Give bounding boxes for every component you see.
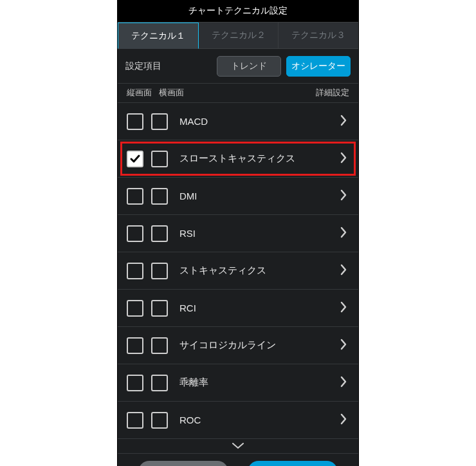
segment-label: オシレーター bbox=[291, 61, 345, 72]
list-row[interactable]: スローストキャスティクス bbox=[118, 140, 358, 178]
chevron-right-icon bbox=[340, 152, 347, 166]
checkbox-landscape[interactable] bbox=[151, 337, 168, 354]
tab-label: テクニカル１ bbox=[131, 30, 185, 42]
tab-0[interactable]: テクニカル１ bbox=[118, 23, 199, 49]
list-row[interactable]: RCI bbox=[118, 290, 358, 327]
row-label: MACD bbox=[179, 116, 340, 127]
filter-label: 設定項目 bbox=[125, 61, 161, 72]
list-row[interactable]: サイコロジカルライン bbox=[118, 327, 358, 364]
more-indicator[interactable] bbox=[118, 439, 358, 453]
checkbox-portrait[interactable] bbox=[127, 151, 143, 167]
checkbox-landscape[interactable] bbox=[151, 412, 168, 429]
checkbox-landscape[interactable] bbox=[151, 375, 168, 391]
tab-label: テクニカル２ bbox=[212, 30, 266, 41]
checkbox-portrait[interactable] bbox=[127, 263, 143, 279]
list-row[interactable]: ストキャスティクス bbox=[118, 252, 358, 290]
chevron-right-icon bbox=[340, 413, 347, 427]
checkbox-portrait[interactable] bbox=[127, 412, 143, 429]
segment-group: トレンドオシレーター bbox=[212, 56, 351, 77]
filter-bar: 設定項目 トレンドオシレーター bbox=[118, 49, 358, 84]
checkbox-portrait[interactable] bbox=[127, 188, 143, 205]
titlebar: チャートテクニカル設定 bbox=[118, 0, 358, 22]
tab-2[interactable]: テクニカル３ bbox=[279, 23, 358, 48]
cancel-button[interactable]: キャンセル bbox=[138, 461, 228, 467]
checkbox-landscape[interactable] bbox=[151, 263, 168, 279]
row-label: サイコロジカルライン bbox=[179, 339, 340, 351]
checkbox-landscape[interactable] bbox=[151, 113, 168, 130]
checkbox-portrait[interactable] bbox=[127, 113, 143, 130]
list-row[interactable]: ROC bbox=[118, 402, 358, 439]
checkbox-landscape[interactable] bbox=[151, 225, 168, 242]
list-row[interactable]: RSI bbox=[118, 215, 358, 252]
tab-bar: テクニカル１テクニカル２テクニカル３ bbox=[118, 22, 358, 49]
row-label: ROC bbox=[179, 415, 340, 425]
chevron-right-icon bbox=[340, 189, 347, 203]
segment-1[interactable]: オシレーター bbox=[286, 56, 351, 77]
checkbox-landscape[interactable] bbox=[151, 151, 168, 167]
checkbox-landscape[interactable] bbox=[151, 188, 168, 205]
row-label: 乖離率 bbox=[179, 377, 340, 389]
indicator-list[interactable]: MACDスローストキャスティクスDMIRSIストキャスティクスRCIサイコロジカ… bbox=[118, 103, 358, 439]
segment-label: トレンド bbox=[231, 61, 267, 72]
column-header: 縦画面 横画面 詳細設定 bbox=[118, 84, 358, 103]
checkbox-portrait[interactable] bbox=[127, 225, 143, 242]
chevron-right-icon bbox=[340, 264, 347, 278]
chevron-down-icon bbox=[232, 443, 244, 449]
tab-label: テクニカル３ bbox=[291, 30, 345, 41]
row-label: スローストキャスティクス bbox=[179, 153, 340, 165]
tab-1[interactable]: テクニカル２ bbox=[199, 23, 279, 48]
column-detail: 詳細設定 bbox=[316, 88, 349, 98]
checkbox-portrait[interactable] bbox=[127, 300, 143, 317]
checkbox-landscape[interactable] bbox=[151, 300, 168, 317]
app-frame: チャートテクニカル設定 テクニカル１テクニカル２テクニカル３ 設定項目 トレンド… bbox=[117, 0, 359, 466]
row-label: RCI bbox=[179, 303, 340, 313]
checkbox-portrait[interactable] bbox=[127, 375, 143, 391]
chevron-right-icon bbox=[340, 227, 347, 241]
confirm-button[interactable]: 設定 bbox=[248, 461, 338, 467]
chevron-right-icon bbox=[340, 115, 347, 129]
row-label: ストキャスティクス bbox=[179, 265, 340, 277]
list-row[interactable]: 乖離率 bbox=[118, 364, 358, 402]
checkbox-portrait[interactable] bbox=[127, 337, 143, 354]
chevron-right-icon bbox=[340, 376, 347, 390]
list-row[interactable]: DMI bbox=[118, 178, 358, 215]
row-label: RSI bbox=[179, 228, 340, 239]
page-title: チャートテクニカル設定 bbox=[188, 5, 288, 17]
chevron-right-icon bbox=[340, 339, 347, 353]
chevron-right-icon bbox=[340, 301, 347, 315]
footer-bar: キャンセル 設定 bbox=[118, 453, 358, 466]
segment-0[interactable]: トレンド bbox=[217, 56, 281, 77]
row-label: DMI bbox=[179, 191, 340, 201]
column-portrait: 縦画面 bbox=[127, 88, 159, 98]
column-landscape: 横画面 bbox=[159, 88, 184, 98]
list-row[interactable]: MACD bbox=[118, 103, 358, 140]
